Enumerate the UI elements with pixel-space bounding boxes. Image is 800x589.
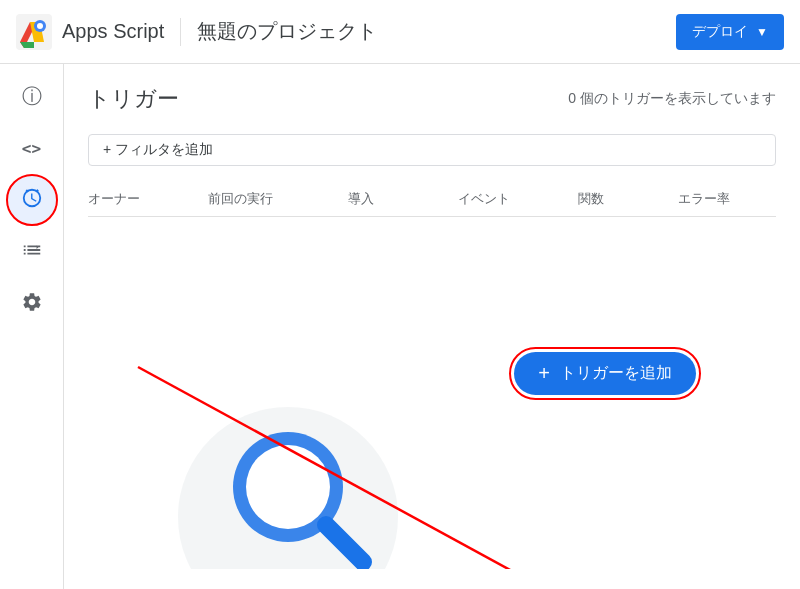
col-header-deploy: 導入 — [348, 190, 458, 208]
col-header-event: イベント — [458, 190, 578, 208]
col-header-owner: オーナー — [88, 190, 208, 208]
trigger-icon — [21, 187, 43, 214]
logo-area: Apps Script — [16, 14, 164, 50]
svg-point-6 — [178, 407, 398, 569]
content-area: トリガー 0 個のトリガーを表示しています + フィルタを追加 オーナー 前回の… — [64, 64, 800, 589]
executions-icon — [21, 239, 43, 266]
sidebar-item-executions[interactable] — [8, 228, 56, 276]
empty-state: + トリガーを追加 — [88, 217, 776, 569]
deploy-label: デプロイ — [692, 23, 748, 41]
trigger-count-label: 0 個のトリガーを表示しています — [568, 90, 776, 108]
svg-line-10 — [138, 367, 578, 569]
app-name-label: Apps Script — [62, 20, 164, 43]
sidebar-item-triggers[interactable] — [8, 176, 56, 224]
project-name-label: 無題のプロジェクト — [197, 18, 660, 45]
filter-label: + フィルタを追加 — [103, 141, 213, 159]
sidebar-item-settings[interactable] — [8, 280, 56, 328]
svg-point-5 — [37, 23, 43, 29]
chevron-down-icon: ▼ — [756, 25, 768, 39]
app-header: Apps Script 無題のプロジェクト デプロイ ▼ — [0, 0, 800, 64]
gear-icon — [21, 291, 43, 318]
svg-point-8 — [246, 445, 330, 529]
content-header: トリガー 0 個のトリガーを表示しています — [88, 84, 776, 114]
table-header: オーナー 前回の実行 導入 イベント 関数 エラー率 — [88, 182, 776, 217]
main-layout: ⓘ <> — [0, 64, 800, 589]
col-header-last-run: 前回の実行 — [208, 190, 348, 208]
svg-point-7 — [233, 432, 343, 542]
sidebar: ⓘ <> — [0, 64, 64, 589]
page-title: トリガー — [88, 84, 179, 114]
col-header-function: 関数 — [578, 190, 678, 208]
add-trigger-label: トリガーを追加 — [560, 363, 672, 384]
svg-line-9 — [326, 525, 363, 562]
apps-script-logo — [16, 14, 52, 50]
filter-button[interactable]: + フィルタを追加 — [88, 134, 776, 166]
add-trigger-button[interactable]: + トリガーを追加 — [514, 352, 696, 395]
header-divider — [180, 18, 181, 46]
sidebar-item-code[interactable]: <> — [8, 124, 56, 172]
code-icon: <> — [22, 139, 41, 158]
info-icon: ⓘ — [22, 83, 42, 110]
col-header-error: エラー率 — [678, 190, 758, 208]
sidebar-item-info[interactable]: ⓘ — [8, 72, 56, 120]
add-trigger-plus-icon: + — [538, 362, 550, 385]
deploy-button[interactable]: デプロイ ▼ — [676, 14, 784, 50]
